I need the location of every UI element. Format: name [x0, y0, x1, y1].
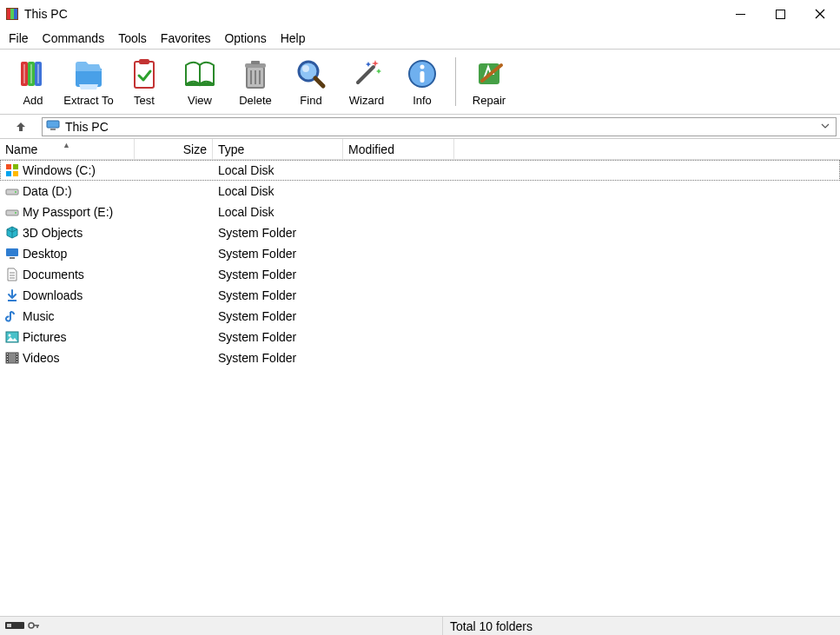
item-name: Music	[23, 309, 55, 323]
toolbar-repair-label: Repair	[473, 94, 506, 107]
item-name: Downloads	[23, 288, 83, 302]
list-item[interactable]: DocumentsSystem Folder	[0, 264, 840, 285]
svg-rect-5	[776, 10, 784, 18]
column-header-size[interactable]: Size	[135, 139, 213, 159]
item-type: System Folder	[213, 226, 343, 240]
wand-icon	[349, 56, 384, 91]
toolbar-find-button[interactable]: Find	[283, 50, 339, 113]
svg-rect-59	[17, 359, 17, 360]
download-icon	[5, 288, 19, 302]
toolbar-test-button[interactable]: Test	[116, 50, 172, 113]
item-type: System Folder	[213, 247, 343, 261]
list-item[interactable]: Windows (C:)Local Disk	[0, 160, 840, 181]
up-button[interactable]	[9, 117, 33, 136]
svg-line-26	[358, 67, 374, 83]
svg-rect-1	[7, 9, 10, 19]
book-open-icon	[182, 56, 217, 91]
minimize-button[interactable]	[720, 0, 760, 28]
address-row: This PC	[0, 115, 840, 139]
item-type: Local Disk	[213, 163, 343, 177]
toolbar-test-label: Test	[134, 94, 155, 107]
list-item[interactable]: PicturesSystem Folder	[0, 327, 840, 347]
file-list[interactable]: Windows (C:)Local DiskData (D:)Local Dis…	[0, 160, 840, 616]
drive-windows-icon	[5, 163, 19, 177]
toolbar-find-label: Find	[300, 94, 321, 107]
svg-rect-34	[6, 164, 11, 169]
svg-rect-62	[7, 624, 11, 627]
clipboard-check-icon	[127, 56, 162, 91]
svg-rect-29	[420, 71, 425, 83]
desktop-icon	[5, 247, 19, 261]
chevron-down-icon[interactable]	[818, 120, 832, 133]
list-item[interactable]: VideosSystem Folder	[0, 347, 840, 368]
item-name: Data (D:)	[23, 184, 72, 198]
menu-options[interactable]: Options	[217, 30, 273, 47]
svg-rect-19	[251, 61, 260, 64]
svg-rect-42	[6, 248, 18, 256]
list-item[interactable]: DesktopSystem Folder	[0, 243, 840, 264]
column-header-name[interactable]: Name ▲	[0, 139, 135, 159]
toolbar-add-button[interactable]: Add	[5, 50, 61, 113]
close-button[interactable]	[800, 0, 840, 28]
menu-favorites[interactable]: Favorites	[154, 30, 218, 47]
svg-rect-15	[139, 59, 149, 64]
trash-icon	[238, 56, 273, 91]
svg-rect-60	[17, 361, 17, 362]
magnifier-icon	[294, 56, 328, 91]
toolbar-view-button[interactable]: View	[172, 50, 228, 113]
drive-icon	[5, 205, 19, 219]
toolbar: Add Extract To Test View Delete Find W	[0, 49, 840, 115]
toolbar-info-button[interactable]: Info	[394, 50, 450, 113]
svg-point-24	[302, 65, 309, 72]
status-drive-icon	[5, 619, 24, 633]
status-bar: Total 10 folders	[0, 616, 840, 635]
item-name: My Passport (E:)	[23, 205, 113, 219]
toolbar-extract-label: Extract To	[63, 94, 114, 107]
column-header-type[interactable]: Type	[213, 139, 343, 159]
toolbar-delete-label: Delete	[239, 94, 272, 107]
svg-rect-47	[8, 300, 17, 301]
svg-rect-43	[10, 257, 15, 259]
list-item[interactable]: MusicSystem Folder	[0, 306, 840, 327]
status-total: Total 10 folders	[443, 619, 840, 633]
toolbar-wizard-label: Wizard	[349, 94, 384, 107]
svg-rect-3	[14, 9, 17, 19]
list-item[interactable]: My Passport (E:)Local Disk	[0, 202, 840, 222]
svg-point-49	[9, 334, 11, 337]
list-item[interactable]: Data (D:)Local Disk	[0, 181, 840, 202]
menu-tools[interactable]: Tools	[111, 30, 154, 47]
3d-icon	[5, 226, 19, 240]
item-type: System Folder	[213, 330, 343, 344]
toolbar-delete-button[interactable]: Delete	[228, 50, 283, 113]
window-controls	[720, 0, 840, 28]
list-item[interactable]: DownloadsSystem Folder	[0, 285, 840, 306]
toolbar-add-label: Add	[23, 94, 43, 107]
column-header-modified[interactable]: Modified	[343, 139, 454, 159]
svg-rect-33	[50, 129, 56, 130]
folder-out-icon	[71, 56, 106, 91]
list-item[interactable]: 3D ObjectsSystem Folder	[0, 222, 840, 243]
svg-rect-12	[30, 64, 32, 83]
music-icon	[5, 309, 19, 323]
address-combobox[interactable]: This PC	[42, 117, 837, 136]
item-type: System Folder	[213, 351, 343, 365]
maximize-button[interactable]	[760, 0, 800, 28]
menu-commands[interactable]: Commands	[36, 30, 112, 47]
menu-help[interactable]: Help	[274, 30, 313, 47]
svg-rect-32	[47, 121, 59, 128]
toolbar-repair-button[interactable]: Repair	[461, 50, 517, 113]
svg-rect-56	[7, 361, 8, 362]
toolbar-info-label: Info	[413, 94, 432, 107]
toolbar-wizard-button[interactable]: Wizard	[339, 50, 394, 113]
menu-file[interactable]: File	[2, 30, 36, 47]
item-name: Desktop	[23, 247, 67, 261]
svg-rect-37	[13, 171, 18, 176]
window-title: This PC	[24, 7, 68, 21]
item-name: Pictures	[23, 330, 67, 344]
address-path: This PC	[65, 120, 813, 134]
toolbar-extract-button[interactable]: Extract To	[61, 50, 116, 113]
svg-rect-53	[7, 354, 8, 354]
item-name: Windows (C:)	[23, 163, 96, 177]
svg-line-25	[315, 78, 323, 86]
drive-icon	[5, 184, 19, 198]
